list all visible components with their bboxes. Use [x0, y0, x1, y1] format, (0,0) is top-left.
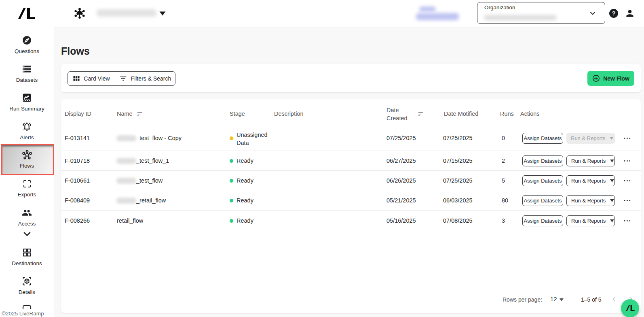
svg-text:?: ? — [612, 10, 615, 17]
